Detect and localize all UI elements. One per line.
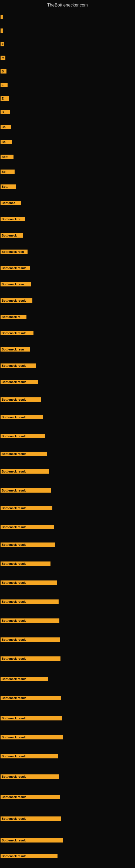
- bar-label: E: [1, 96, 9, 101]
- bar-label: Bottleneck result: [1, 618, 59, 623]
- bar-item: E: [1, 42, 4, 46]
- bar-item: Bottleneck result: [1, 299, 32, 303]
- bar-item: Bottleneck re: [1, 217, 25, 221]
- bar-item: Bottleneck result: [1, 838, 63, 842]
- bar-item: B: [1, 69, 6, 73]
- bar-item: Bottleneck result: [1, 380, 38, 384]
- bar-label: Bottleneck result: [1, 299, 32, 303]
- bar-label: Bottleneck result: [1, 838, 63, 842]
- bar-item: |: [1, 15, 3, 19]
- bar-label: Bottleneck result: [1, 525, 54, 529]
- bar-label: Bottleneck result: [1, 716, 62, 720]
- bar-label: Bottleneck re: [1, 217, 25, 221]
- bar-item: Bottleneck result: [1, 581, 57, 585]
- bar-item: Bottleneck result: [1, 561, 50, 566]
- bar-label: Bottleneck result: [1, 677, 48, 681]
- bar-item: Bottleneck: [1, 233, 23, 238]
- bar-label: Bottleneck result: [1, 561, 50, 566]
- chart-container: TheBottlenecker.com |IEmBEEBBoBoBottBolB…: [0, 0, 135, 868]
- bar-item: Bottleneck result: [1, 735, 63, 739]
- bar-label: Bottleneck result: [1, 774, 59, 779]
- bar-item: Bottleneck result: [1, 774, 59, 779]
- bar-item: Bottleneck result: [1, 754, 58, 758]
- bar-label: Bottleneck result: [1, 434, 45, 438]
- bar-label: Bo: [1, 140, 12, 144]
- bar-item: Bottleneck result: [1, 364, 36, 368]
- bar-label: Bottleneck result: [1, 638, 60, 642]
- bar-label: Bottleneck result: [1, 795, 60, 799]
- bar-item: Bottleneck result: [1, 638, 60, 642]
- bar-label: Bottleneck result: [1, 506, 52, 510]
- bar-item: Bottleneck result: [1, 506, 52, 510]
- bar-item: Bottleneck result: [1, 656, 60, 661]
- bar-label: Bottlenec: [1, 201, 21, 205]
- bar-label: Bottleneck result: [1, 599, 58, 604]
- bar-item: Bottleneck result: [1, 469, 49, 474]
- bar-label: Bottleneck result: [1, 380, 38, 384]
- bar-label: Bottleneck result: [1, 331, 34, 335]
- bar-item: Bottleneck result: [1, 716, 62, 720]
- bar-label: I: [1, 29, 3, 33]
- bar-label: Bottleneck result: [1, 488, 51, 493]
- bar-item: Bo: [1, 125, 11, 129]
- bar-label: Bott: [1, 184, 16, 189]
- bar-item: Bottleneck result: [1, 397, 41, 402]
- bar-item: I: [1, 29, 3, 33]
- bar-label: Bottleneck result: [1, 542, 55, 547]
- bar-label: B: [1, 69, 6, 73]
- bar-item: Bottleneck resu: [1, 250, 28, 254]
- bar-label: m: [1, 56, 5, 60]
- bar-item: Bottleneck result: [1, 854, 57, 858]
- bar-label: Bottleneck re: [1, 315, 27, 319]
- bar-label: Bottleneck: [1, 233, 23, 238]
- bar-item: Bottleneck result: [1, 696, 61, 700]
- bar-item: Bottleneck resu: [1, 347, 30, 351]
- bar-label: Bottleneck result: [1, 266, 30, 270]
- bar-label: |: [1, 15, 3, 19]
- bar-label: Bottleneck result: [1, 415, 43, 420]
- bar-item: Bottleneck result: [1, 488, 51, 493]
- bar-label: Bo: [1, 125, 11, 129]
- bar-label: Bottleneck result: [1, 469, 49, 474]
- bar-label: Bottleneck result: [1, 735, 63, 739]
- bar-item: Bottleneck result: [1, 677, 48, 681]
- bar-label: Bol: [1, 169, 14, 174]
- bar-item: Bottleneck result: [1, 599, 58, 604]
- bar-item: Bott: [1, 184, 16, 189]
- bar-item: Bottleneck result: [1, 618, 59, 623]
- bar-item: Bottleneck resu: [1, 282, 31, 286]
- bar-item: Bottleneck result: [1, 434, 45, 438]
- bar-item: Bottleneck result: [1, 795, 60, 799]
- bar-label: Bottleneck resu: [1, 347, 30, 351]
- bar-label: Bottleneck result: [1, 397, 41, 402]
- bar-item: E: [1, 96, 9, 101]
- bar-item: B: [1, 110, 10, 114]
- bar-label: Bottleneck resu: [1, 282, 31, 286]
- bar-label: Bottleneck result: [1, 754, 58, 758]
- bar-label: Bottleneck result: [1, 696, 61, 700]
- bar-label: Bottleneck result: [1, 816, 61, 821]
- bar-label: Bottleneck resu: [1, 250, 28, 254]
- bar-label: B: [1, 110, 10, 114]
- bar-item: Bottleneck result: [1, 816, 61, 821]
- bar-item: Bottlenec: [1, 201, 21, 205]
- bar-label: Bottleneck result: [1, 452, 47, 456]
- bar-item: Bottleneck result: [1, 452, 47, 456]
- bar-label: Bottleneck result: [1, 656, 60, 661]
- bar-item: Bottleneck result: [1, 266, 30, 270]
- site-title: TheBottlenecker.com: [0, 0, 135, 9]
- bar-label: Bottleneck result: [1, 364, 36, 368]
- bar-label: Bottleneck result: [1, 581, 57, 585]
- bar-item: Bottleneck result: [1, 331, 34, 335]
- bar-item: Bottleneck result: [1, 542, 55, 547]
- bar-item: Bottleneck result: [1, 415, 43, 420]
- bar-item: Bol: [1, 169, 14, 174]
- bar-item: Bottleneck result: [1, 525, 54, 529]
- bar-label: Bottleneck result: [1, 854, 57, 858]
- bar-item: m: [1, 56, 5, 60]
- bar-label: E: [1, 42, 4, 46]
- bar-label: E: [1, 83, 8, 87]
- bar-item: Bo: [1, 140, 12, 144]
- bar-item: Bottleneck re: [1, 315, 27, 319]
- bar-item: E: [1, 83, 8, 87]
